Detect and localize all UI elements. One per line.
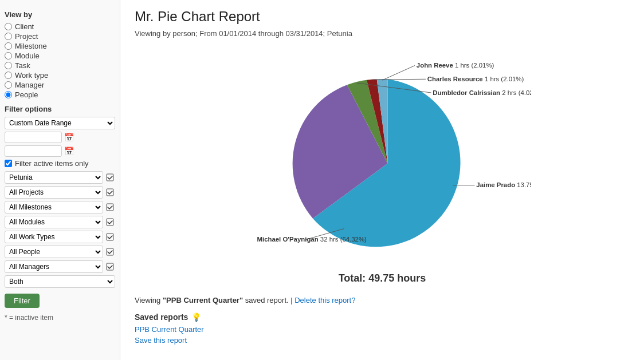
filter-active-checkbox[interactable] xyxy=(5,160,12,167)
both-select-row: Both Work Types People xyxy=(5,275,115,288)
sidebar: View by Client Project Milestone Module … xyxy=(0,0,120,360)
radio-people[interactable]: People xyxy=(5,90,115,99)
work-types-select[interactable]: All Work Types xyxy=(5,231,103,243)
modules-check-icon[interactable] xyxy=(105,217,115,227)
managers-check-icon[interactable] xyxy=(105,262,115,272)
view-by-group: Client Project Milestone Module Task Wor… xyxy=(5,22,115,99)
saved-report-viewing-text: Viewing xyxy=(135,296,163,304)
people-select[interactable]: All People xyxy=(5,246,103,258)
pie-chart-container: John Reeve 1 hrs (2.01%) Charles Resourc… xyxy=(233,49,531,267)
jaime-label: Jaime Prado 13.75 hrs (27.64%) xyxy=(476,181,531,188)
end-date-calendar-icon[interactable]: 📅 xyxy=(64,147,74,156)
work-types-check-icon[interactable] xyxy=(105,232,115,242)
client-select-row: Petunia xyxy=(5,171,115,184)
inactive-note: * = inactive item xyxy=(5,314,115,322)
radio-manager[interactable]: Manager xyxy=(5,81,115,89)
modules-select-row: All Modules xyxy=(5,216,115,228)
radio-work-type[interactable]: Work type xyxy=(5,71,115,80)
filter-button[interactable]: Filter xyxy=(5,294,40,308)
ppb-current-quarter-link[interactable]: PPB Current Quarter xyxy=(135,325,630,334)
radio-client[interactable]: Client xyxy=(5,22,115,31)
projects-check-icon[interactable] xyxy=(105,187,115,197)
end-date-row: 03/31/2014 📅 xyxy=(5,145,115,157)
date-range-row: Custom Date Range This Week Last Week Th… xyxy=(5,117,115,129)
michael-label: Michael O'Paynigan 32 hrs (64.32%) xyxy=(257,236,367,243)
subtitle: Viewing by person; From 01/01/2014 throu… xyxy=(135,29,630,38)
page-title: Mr. Pie Chart Report xyxy=(135,9,630,25)
saved-reports-label: Saved reports xyxy=(135,312,188,322)
saved-report-middle-text: saved report. | xyxy=(245,296,294,304)
both-select[interactable]: Both Work Types People xyxy=(5,275,115,288)
radio-task[interactable]: Task xyxy=(5,61,115,70)
bulb-icon: 💡 xyxy=(191,312,201,322)
projects-select-row: All Projects xyxy=(5,186,115,199)
people-select-row: All People xyxy=(5,246,115,258)
saved-report-name: "PPB Current Quarter" xyxy=(163,296,243,304)
filter-active-row: Filter active items only xyxy=(5,159,115,168)
chart-area: John Reeve 1 hrs (2.01%) Charles Resourc… xyxy=(135,49,630,267)
main-content: Mr. Pie Chart Report Viewing by person; … xyxy=(120,0,644,360)
radio-milestone[interactable]: Milestone xyxy=(5,42,115,50)
pie-chart: John Reeve 1 hrs (2.01%) Charles Resourc… xyxy=(233,49,531,267)
radio-module[interactable]: Module xyxy=(5,52,115,60)
filter-active-label: Filter active items only xyxy=(15,159,89,168)
start-date-calendar-icon[interactable]: 📅 xyxy=(64,133,74,142)
start-date-input[interactable]: 01/01/2014 xyxy=(5,132,62,143)
dumbledor-label: Dumbledor Calrissian 2 hrs (4.02%) xyxy=(433,89,531,96)
saved-reports-section: Saved reports 💡 PPB Current Quarter Save… xyxy=(135,312,630,345)
client-select[interactable]: Petunia xyxy=(5,171,103,184)
total-label: Total: 49.75 hours xyxy=(135,272,630,284)
managers-select[interactable]: All Managers xyxy=(5,260,103,273)
john-line xyxy=(382,66,415,81)
modules-select[interactable]: All Modules xyxy=(5,216,103,228)
client-check-icon[interactable] xyxy=(105,172,115,183)
date-range-select[interactable]: Custom Date Range This Week Last Week Th… xyxy=(5,117,115,129)
saved-report-viewing-row: Viewing "PPB Current Quarter" saved repo… xyxy=(135,296,630,304)
milestones-select[interactable]: All Milestones xyxy=(5,201,103,213)
view-by-label: View by xyxy=(5,10,115,19)
save-this-report-link[interactable]: Save this report xyxy=(135,336,630,345)
managers-select-row: All Managers xyxy=(5,260,115,273)
filter-options-label: Filter options xyxy=(5,105,115,113)
delete-report-link[interactable]: Delete this report? xyxy=(294,296,355,304)
start-date-row: 01/01/2014 📅 xyxy=(5,132,115,143)
projects-select[interactable]: All Projects xyxy=(5,186,103,199)
work-types-select-row: All Work Types xyxy=(5,231,115,243)
charles-label: Charles Resource 1 hrs (2.01%) xyxy=(427,76,524,82)
saved-reports-header: Saved reports 💡 xyxy=(135,312,630,322)
end-date-input[interactable]: 03/31/2014 xyxy=(5,145,62,157)
john-label: John Reeve 1 hrs (2.01%) xyxy=(417,62,494,69)
people-check-icon[interactable] xyxy=(105,247,115,257)
radio-project[interactable]: Project xyxy=(5,32,115,41)
milestones-select-row: All Milestones xyxy=(5,201,115,213)
milestones-check-icon[interactable] xyxy=(105,202,115,212)
